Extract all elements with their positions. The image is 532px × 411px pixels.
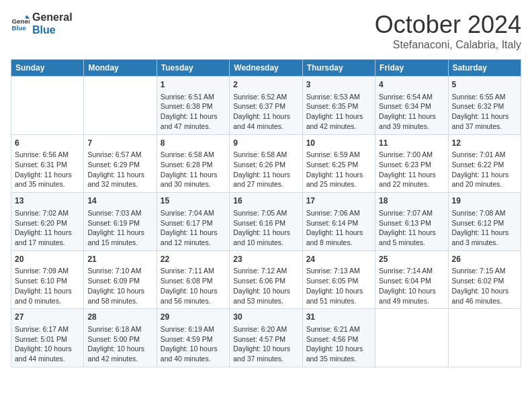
calendar-cell: 4Sunrise: 6:54 AM Sunset: 6:34 PM Daylig… — [375, 77, 448, 135]
calendar-cell: 21Sunrise: 7:10 AM Sunset: 6:09 PM Dayli… — [84, 250, 157, 309]
cell-content: Sunrise: 7:05 AM Sunset: 6:16 PM Dayligh… — [233, 208, 298, 248]
day-number: 25 — [379, 254, 444, 265]
day-number: 15 — [161, 195, 226, 207]
calendar-cell: 10Sunrise: 6:59 AM Sunset: 6:25 PM Dayli… — [302, 134, 375, 193]
calendar-cell: 27Sunrise: 6:17 AM Sunset: 5:01 PM Dayli… — [11, 309, 84, 367]
calendar-cell: 31Sunrise: 6:21 AM Sunset: 4:56 PM Dayli… — [302, 309, 375, 367]
cell-content: Sunrise: 6:57 AM Sunset: 6:29 PM Dayligh… — [87, 150, 152, 189]
cell-content: Sunrise: 7:07 AM Sunset: 6:13 PM Dayligh… — [379, 208, 444, 248]
column-header-wednesday: Wednesday — [230, 60, 302, 77]
calendar-cell: 19Sunrise: 7:08 AM Sunset: 6:12 PM Dayli… — [448, 193, 521, 251]
calendar-cell: 26Sunrise: 7:15 AM Sunset: 6:02 PM Dayli… — [448, 250, 521, 309]
logo-blue: Blue — [32, 24, 73, 36]
calendar-cell: 13Sunrise: 7:02 AM Sunset: 6:20 PM Dayli… — [11, 193, 84, 251]
cell-content: Sunrise: 6:59 AM Sunset: 6:25 PM Dayligh… — [306, 150, 371, 189]
calendar-cell — [375, 309, 448, 367]
calendar-cell: 6Sunrise: 6:56 AM Sunset: 6:31 PM Daylig… — [11, 134, 84, 193]
svg-text:Blue: Blue — [11, 24, 26, 32]
title-block: October 2024 Stefanaconi, Calabria, Ital… — [375, 11, 521, 51]
cell-content: Sunrise: 7:03 AM Sunset: 6:19 PM Dayligh… — [87, 208, 152, 248]
calendar-cell: 29Sunrise: 6:19 AM Sunset: 4:59 PM Dayli… — [157, 309, 229, 367]
cell-content: Sunrise: 6:58 AM Sunset: 6:26 PM Dayligh… — [233, 150, 298, 189]
day-number: 6 — [15, 138, 80, 149]
cell-content: Sunrise: 6:52 AM Sunset: 6:37 PM Dayligh… — [233, 92, 298, 132]
day-number: 16 — [233, 195, 298, 207]
calendar-cell: 15Sunrise: 7:04 AM Sunset: 6:17 PM Dayli… — [157, 193, 229, 251]
cell-content: Sunrise: 7:09 AM Sunset: 6:10 PM Dayligh… — [15, 266, 80, 306]
calendar-cell: 14Sunrise: 7:03 AM Sunset: 6:19 PM Dayli… — [84, 193, 157, 251]
calendar-cell: 25Sunrise: 7:14 AM Sunset: 6:04 PM Dayli… — [375, 250, 448, 309]
calendar-cell: 3Sunrise: 6:53 AM Sunset: 6:35 PM Daylig… — [302, 77, 375, 135]
calendar-cell: 9Sunrise: 6:58 AM Sunset: 6:26 PM Daylig… — [230, 134, 302, 193]
cell-content: Sunrise: 6:20 AM Sunset: 4:57 PM Dayligh… — [233, 324, 298, 364]
calendar-cell: 18Sunrise: 7:07 AM Sunset: 6:13 PM Dayli… — [375, 193, 448, 251]
day-number: 4 — [379, 79, 444, 91]
day-number: 28 — [87, 312, 152, 323]
day-number: 11 — [379, 138, 444, 149]
day-number: 18 — [379, 195, 444, 207]
cell-content: Sunrise: 7:12 AM Sunset: 6:06 PM Dayligh… — [233, 266, 298, 306]
calendar-cell: 24Sunrise: 7:13 AM Sunset: 6:05 PM Dayli… — [302, 250, 375, 309]
location-subtitle: Stefanaconi, Calabria, Italy — [375, 39, 521, 51]
cell-content: Sunrise: 6:56 AM Sunset: 6:31 PM Dayligh… — [15, 150, 80, 189]
column-header-saturday: Saturday — [448, 60, 521, 77]
calendar-cell — [84, 77, 157, 135]
calendar-cell: 17Sunrise: 7:06 AM Sunset: 6:14 PM Dayli… — [302, 193, 375, 251]
cell-content: Sunrise: 6:55 AM Sunset: 6:32 PM Dayligh… — [452, 92, 517, 132]
day-number: 26 — [452, 254, 517, 265]
day-number: 21 — [87, 254, 152, 265]
cell-content: Sunrise: 7:04 AM Sunset: 6:17 PM Dayligh… — [161, 208, 226, 248]
day-number: 31 — [306, 312, 371, 323]
calendar-cell: 8Sunrise: 6:58 AM Sunset: 6:28 PM Daylig… — [157, 134, 229, 193]
day-number: 9 — [233, 138, 298, 149]
calendar-cell: 23Sunrise: 7:12 AM Sunset: 6:06 PM Dayli… — [230, 250, 302, 309]
calendar-week-row: 27Sunrise: 6:17 AM Sunset: 5:01 PM Dayli… — [11, 309, 521, 367]
column-header-thursday: Thursday — [302, 60, 375, 77]
calendar-cell: 16Sunrise: 7:05 AM Sunset: 6:16 PM Dayli… — [230, 193, 302, 251]
cell-content: Sunrise: 7:10 AM Sunset: 6:09 PM Dayligh… — [87, 266, 152, 306]
cell-content: Sunrise: 7:13 AM Sunset: 6:05 PM Dayligh… — [306, 266, 371, 306]
day-number: 12 — [452, 138, 517, 149]
cell-content: Sunrise: 7:15 AM Sunset: 6:02 PM Dayligh… — [452, 266, 517, 306]
calendar-cell: 22Sunrise: 7:11 AM Sunset: 6:08 PM Dayli… — [157, 250, 229, 309]
cell-content: Sunrise: 6:21 AM Sunset: 4:56 PM Dayligh… — [306, 324, 371, 364]
day-number: 14 — [87, 195, 152, 207]
calendar-header-row: SundayMondayTuesdayWednesdayThursdayFrid… — [11, 60, 521, 77]
calendar-cell: 28Sunrise: 6:18 AM Sunset: 5:00 PM Dayli… — [84, 309, 157, 367]
column-header-sunday: Sunday — [11, 60, 84, 77]
calendar-week-row: 1Sunrise: 6:51 AM Sunset: 6:38 PM Daylig… — [11, 77, 521, 135]
calendar-cell: 12Sunrise: 7:01 AM Sunset: 6:22 PM Dayli… — [448, 134, 521, 193]
cell-content: Sunrise: 6:58 AM Sunset: 6:28 PM Dayligh… — [161, 150, 226, 189]
calendar-cell: 11Sunrise: 7:00 AM Sunset: 6:23 PM Dayli… — [375, 134, 448, 193]
day-number: 29 — [161, 312, 226, 323]
cell-content: Sunrise: 7:08 AM Sunset: 6:12 PM Dayligh… — [452, 208, 517, 248]
calendar-cell: 5Sunrise: 6:55 AM Sunset: 6:32 PM Daylig… — [448, 77, 521, 135]
cell-content: Sunrise: 6:17 AM Sunset: 5:01 PM Dayligh… — [15, 324, 80, 364]
logo-icon: General Blue — [11, 14, 30, 33]
logo: General Blue General Blue — [11, 11, 73, 36]
day-number: 2 — [233, 79, 298, 91]
column-header-friday: Friday — [375, 60, 448, 77]
cell-content: Sunrise: 6:51 AM Sunset: 6:38 PM Dayligh… — [161, 92, 226, 132]
day-number: 23 — [233, 254, 298, 265]
calendar-cell — [448, 309, 521, 367]
column-header-monday: Monday — [84, 60, 157, 77]
calendar-cell: 1Sunrise: 6:51 AM Sunset: 6:38 PM Daylig… — [157, 77, 229, 135]
day-number: 1 — [161, 79, 226, 91]
day-number: 10 — [306, 138, 371, 149]
day-number: 30 — [233, 312, 298, 323]
calendar-cell: 7Sunrise: 6:57 AM Sunset: 6:29 PM Daylig… — [84, 134, 157, 193]
cell-content: Sunrise: 7:14 AM Sunset: 6:04 PM Dayligh… — [379, 266, 444, 306]
day-number: 22 — [161, 254, 226, 265]
cell-content: Sunrise: 6:53 AM Sunset: 6:35 PM Dayligh… — [306, 92, 371, 132]
page-header: General Blue General Blue October 2024 S… — [11, 11, 521, 51]
cell-content: Sunrise: 6:19 AM Sunset: 4:59 PM Dayligh… — [161, 324, 226, 364]
cell-content: Sunrise: 7:01 AM Sunset: 6:22 PM Dayligh… — [452, 150, 517, 189]
cell-content: Sunrise: 7:11 AM Sunset: 6:08 PM Dayligh… — [161, 266, 226, 306]
day-number: 17 — [306, 195, 371, 207]
cell-content: Sunrise: 7:06 AM Sunset: 6:14 PM Dayligh… — [306, 208, 371, 248]
day-number: 5 — [452, 79, 517, 91]
cell-content: Sunrise: 7:00 AM Sunset: 6:23 PM Dayligh… — [379, 150, 444, 189]
month-title: October 2024 — [375, 11, 521, 39]
day-number: 8 — [161, 138, 226, 149]
